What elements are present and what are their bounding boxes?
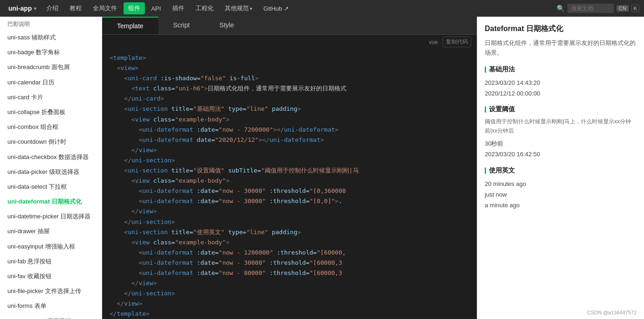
right-section-basic-value-1: 2023/03/20 14:43:20 bbox=[485, 77, 637, 88]
sidebar-item-countdown[interactable]: uni-countdown 倒计时 bbox=[0, 134, 102, 149]
code-content[interactable]: <template> <view> <uni-card :is-shadow="… bbox=[102, 49, 477, 319]
search-input[interactable] bbox=[567, 4, 614, 13]
brand-logo[interactable]: uni-app ▾ bbox=[5, 5, 40, 12]
right-section-english-value-3: a minute ago bbox=[485, 200, 637, 211]
nav-item-github[interactable]: GitHub ↗ bbox=[259, 3, 293, 14]
right-section-basic-title: 基础用法 bbox=[485, 65, 637, 74]
sidebar-item-card[interactable]: uni-card 卡片 bbox=[0, 90, 102, 105]
code-lang-label: vue bbox=[429, 39, 438, 45]
main-layout: 巴彩说明 uni-sass 辅助样式 uni-badge 数字角标 uni-br… bbox=[0, 17, 644, 319]
sidebar-item-datetime-picker[interactable]: uni-datetime-picker 日期选择器 bbox=[0, 209, 102, 224]
tab-style[interactable]: Style bbox=[205, 17, 249, 34]
sidebar-item-goods-nav[interactable]: uni-goods-nav 商品导航 bbox=[0, 314, 102, 319]
right-section-basic-value-2: 2020/12/12 00:00:00 bbox=[485, 88, 637, 99]
brand-name: uni-app bbox=[8, 5, 32, 12]
code-tabs: Template Script Style bbox=[102, 17, 477, 35]
nav-item-tutorial[interactable]: 教程 bbox=[65, 2, 86, 14]
code-editor: Template Script Style vue 复制代码 <template… bbox=[102, 17, 477, 319]
csdn-watermark: CSDN @a136447572 bbox=[587, 310, 637, 315]
search-container: 🔍 CN K bbox=[557, 4, 639, 13]
sidebar: 巴彩说明 uni-sass 辅助样式 uni-badge 数字角标 uni-br… bbox=[0, 17, 102, 319]
sidebar-item-sass[interactable]: uni-sass 辅助样式 bbox=[0, 30, 102, 45]
right-section-threshold-value-1: 30秒前 bbox=[485, 138, 637, 149]
sidebar-item-data-select[interactable]: uni-data-select 下拉框 bbox=[0, 179, 102, 194]
sidebar-item-fav[interactable]: uni-fav 收藏按钮 bbox=[0, 269, 102, 284]
sidebar-item-drawer[interactable]: uni-drawer 抽屉 bbox=[0, 224, 102, 239]
sidebar-item-combox[interactable]: uni-combox 组合框 bbox=[0, 120, 102, 134]
right-section-threshold-desc: 阈值用于控制什么时候显示刚刚|马上，什么时候显示xx分钟前|xx分钟后 bbox=[485, 117, 637, 135]
tab-template[interactable]: Template bbox=[102, 17, 158, 34]
sidebar-item-data-picker[interactable]: uni-data-picker 级联选择器 bbox=[0, 165, 102, 179]
nav-item-global[interactable]: 全局文件 bbox=[88, 2, 122, 14]
right-section-english: 使用英文 20 minutes ago just now a minute ag… bbox=[485, 166, 637, 211]
sidebar-item-forms[interactable]: uni-forms 表单 bbox=[0, 299, 102, 313]
sidebar-item-dateformat[interactable]: uni-dateformat 日期格式化 bbox=[0, 194, 102, 209]
nav-item-intro[interactable]: 介绍 bbox=[42, 2, 63, 14]
hotkey-badge: K bbox=[631, 5, 639, 12]
search-icon: 🔍 bbox=[557, 5, 565, 12]
copy-code-button[interactable]: 复制代码 bbox=[442, 37, 471, 47]
right-section-threshold: 设置阈值 阈值用于控制什么时候显示刚刚|马上，什么时候显示xx分钟前|xx分钟后… bbox=[485, 105, 637, 160]
lang-badge[interactable]: CN bbox=[617, 5, 629, 12]
right-section-english-value-2: just now bbox=[485, 189, 637, 200]
right-panel-title: Dateformat 日期格式化 bbox=[485, 24, 637, 34]
brand-dropdown-icon[interactable]: ▾ bbox=[34, 6, 36, 11]
sidebar-item-file-picker[interactable]: uni-file-picker 文件选择上传 bbox=[0, 284, 102, 299]
sidebar-item-badge[interactable]: uni-badge 数字角标 bbox=[0, 45, 102, 60]
nav-item-engineering[interactable]: 工程化 bbox=[191, 2, 218, 14]
nav-item-api[interactable]: API bbox=[147, 3, 166, 14]
right-section-english-value-1: 20 minutes ago bbox=[485, 179, 637, 189]
sidebar-item-data-checkbox[interactable]: uni-data-checkbox 数据选择器 bbox=[0, 150, 102, 165]
right-panel-desc: 日期格式化组件，通常用于需要展示友好的日期格式化的场景。 bbox=[485, 38, 637, 58]
sidebar-item-calendar[interactable]: uni-calendar 日历 bbox=[0, 75, 102, 90]
sidebar-section-header: 巴彩说明 bbox=[0, 17, 102, 30]
sidebar-item-easyinput[interactable]: uni-easyinput 增强输入框 bbox=[0, 239, 102, 254]
sidebar-item-breadcrumb[interactable]: uni-breadcrumb 面包屑 bbox=[0, 60, 102, 75]
nav-item-plugins[interactable]: 插件 bbox=[168, 2, 189, 14]
right-section-english-title: 使用英文 bbox=[485, 166, 637, 175]
code-toolbar: vue 复制代码 bbox=[102, 35, 477, 49]
top-navigation: uni-app ▾ 介绍 教程 全局文件 组件 API 插件 工程化 其他规范 … bbox=[0, 0, 644, 17]
right-panel: Dateformat 日期格式化 日期格式化组件，通常用于需要展示友好的日期格式… bbox=[477, 17, 644, 319]
right-section-threshold-title: 设置阈值 bbox=[485, 105, 637, 114]
sidebar-item-fab[interactable]: uni-fab 悬浮按钮 bbox=[0, 254, 102, 269]
nav-item-other[interactable]: 其他规范 bbox=[220, 2, 257, 14]
nav-item-components[interactable]: 组件 bbox=[124, 2, 145, 14]
tab-script[interactable]: Script bbox=[158, 17, 205, 34]
sidebar-item-collapse[interactable]: uni-collapse 折叠面板 bbox=[0, 105, 102, 120]
right-section-basic: 基础用法 2023/03/20 14:43:20 2020/12/12 00:0… bbox=[485, 65, 637, 99]
right-section-threshold-value-2: 2023/03/20 16:42:50 bbox=[485, 149, 637, 160]
